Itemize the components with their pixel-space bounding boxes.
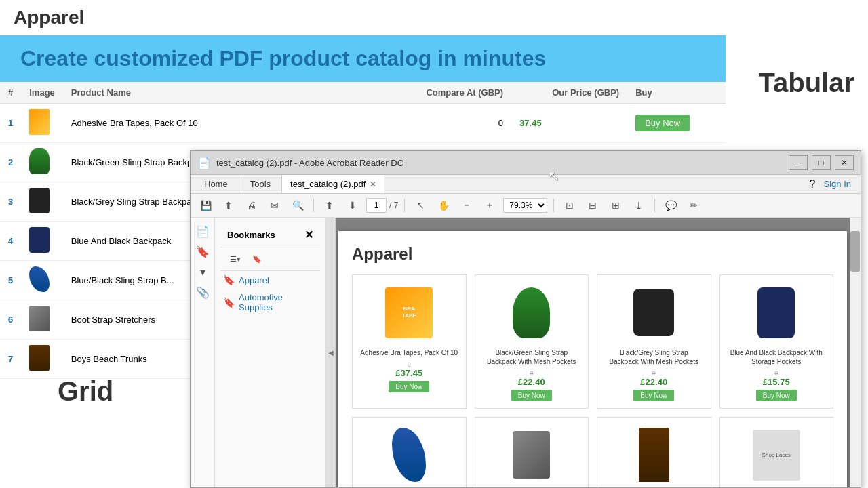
sidebar-icon-strip: 📄 🔖 ▾ 📎: [191, 218, 215, 487]
tab-home[interactable]: Home: [193, 175, 239, 193]
pdf-window-controls[interactable]: ─ □ ✕: [789, 155, 854, 170]
row-img-cell: [21, 300, 63, 340]
pdf-main-view[interactable]: Apparel BRATAPE Adhesive Bra Tapes, Pack…: [336, 218, 850, 487]
row-num-cell: 5: [0, 261, 21, 300]
bookmark-options-button[interactable]: ☰▾: [226, 250, 245, 268]
email-button[interactable]: ✉: [265, 197, 284, 214]
actual-size-button[interactable]: ⊟: [583, 197, 602, 214]
pdf-card-1-name: Adhesive Bra Tapes, Pack Of 10: [359, 348, 459, 357]
maximize-button[interactable]: □: [812, 155, 831, 170]
banner: Create customized PDF product catalog in…: [0, 35, 726, 82]
pdf-card-3-buy-button[interactable]: Buy Now: [633, 390, 674, 401]
pdf-card-1-buy-button[interactable]: Buy Now: [389, 381, 429, 392]
product-thumbnail: [29, 306, 50, 331]
close-button[interactable]: ✕: [835, 155, 854, 170]
pdf-card-3-image: [627, 282, 681, 343]
pdf-card-8-image: Shoe Laces: [749, 424, 804, 485]
pdf-card-3: Black/Grey Sling Strap Backpack With Mes…: [597, 274, 711, 409]
black-backpack-img: [633, 289, 674, 336]
banner-text: Create customized PDF product catalog in…: [20, 46, 546, 70]
sign-in-link[interactable]: Sign In: [824, 179, 851, 189]
bookmark-add-button[interactable]: 🔖: [248, 250, 267, 268]
toolbar-separator-2: [404, 199, 405, 212]
toolbar-separator-1: [313, 199, 314, 212]
sidebar-dropdown-icon[interactable]: ▾: [193, 262, 212, 281]
highlight-button[interactable]: ✏: [684, 197, 703, 214]
sidebar-bookmarks-icon[interactable]: 🔖: [193, 242, 212, 261]
tab-tools[interactable]: Tools: [239, 175, 282, 193]
pan-tool-button[interactable]: ✋: [434, 197, 453, 214]
page-number-input[interactable]: [366, 198, 387, 213]
pdf-card-1: BRATAPE Adhesive Bra Tapes, Pack Of 10 0…: [352, 274, 467, 409]
pdf-card-5-image: [382, 424, 436, 485]
tab-file[interactable]: test_catalog (2).pdf ✕: [282, 175, 384, 193]
col-num: #: [0, 82, 21, 104]
row-num-cell: 4: [0, 222, 21, 261]
stretch-img: [513, 431, 550, 479]
bookmark-apparel-label: Apparel: [239, 275, 269, 285]
bookmark-apparel-icon: 🔖: [223, 274, 235, 285]
fit-page-button[interactable]: ⊡: [560, 197, 579, 214]
search-button[interactable]: 🔍: [288, 197, 307, 214]
pdf-card-7-image: [627, 424, 681, 485]
sidebar-collapse-handle[interactable]: ◀: [326, 218, 336, 487]
row-compare-cell: 0: [382, 104, 512, 143]
pdf-card-2-price: £22.40: [482, 377, 582, 387]
pdf-toolbar: 💾 ⬆ 🖨 ✉ 🔍 ⬆ ⬇ / 7 ↖ ✋ － ＋ 79.3% 50% 75% …: [191, 194, 861, 218]
tab-file-label: test_catalog (2).pdf: [290, 179, 366, 189]
sidebar-pages-icon[interactable]: 📄: [193, 222, 212, 241]
pdf-card-1-price: £37.45: [359, 368, 459, 378]
row-num-cell: 6: [0, 300, 21, 340]
pdf-scrollbar[interactable]: [850, 218, 861, 487]
select-tool-button[interactable]: ↖: [411, 197, 430, 214]
product-thumbnail: [29, 188, 50, 214]
bookmark-automotive-icon: 🔖: [223, 297, 235, 308]
bookmark-apparel[interactable]: 🔖 Apparel: [220, 271, 320, 289]
app-header: Apparel: [0, 0, 726, 35]
pdf-app-icon: 📄: [197, 157, 211, 169]
next-page-button[interactable]: ⬇: [343, 197, 362, 214]
pdf-card-2-buy-button[interactable]: Buy Now: [511, 390, 552, 401]
buy-now-button[interactable]: Buy Now: [635, 115, 690, 131]
pdf-card-7: Boys Beach Trunks: [597, 417, 711, 487]
sidebar-panel: Bookmarks ✕ ☰▾ 🔖 🔖 Apparel 🔖 Automotive …: [215, 218, 326, 487]
col-price: Our Price (GBP): [511, 82, 627, 104]
row-buy-cell: Buy Now: [627, 104, 726, 143]
rotate-button[interactable]: ⤓: [629, 197, 648, 214]
minimize-button[interactable]: ─: [789, 155, 808, 170]
zoom-in-button[interactable]: ＋: [480, 197, 499, 214]
zoom-out-button[interactable]: －: [457, 197, 476, 214]
pdf-card-4-buy-button[interactable]: Buy Now: [756, 390, 797, 401]
upload-button[interactable]: ⬆: [219, 197, 238, 214]
pdf-window: 📄 test_catalog (2).pdf - Adobe Acrobat R…: [190, 150, 861, 488]
zoom-selector[interactable]: 79.3% 50% 75% 100% 125% 150%: [503, 198, 547, 213]
comment-button[interactable]: 💬: [661, 197, 680, 214]
grid-label: Grid: [58, 376, 113, 407]
pdf-page-title: Apparel: [352, 245, 833, 264]
pdf-card-8: Shoe Laces Brown Shoe Laces: [719, 417, 834, 487]
col-buy: Buy: [627, 82, 726, 104]
row-num-cell: 1: [0, 104, 21, 143]
pdf-sidebar: 📄 🔖 ▾ 📎 Bookmarks ✕ ☰▾ 🔖 🔖: [191, 218, 326, 487]
help-icon[interactable]: ?: [810, 178, 816, 190]
pdf-card-6: Boot Strap Stretchers: [475, 417, 589, 487]
row-num-cell: 7: [0, 340, 21, 379]
bookmark-automotive-label: Automotive Supplies: [239, 292, 317, 312]
bookmarks-header: Bookmarks ✕: [220, 223, 320, 247]
pdf-card-3-compare: 0: [604, 370, 704, 377]
row-img-cell: [21, 104, 63, 143]
save-button[interactable]: 💾: [196, 197, 215, 214]
fit-width-button[interactable]: ⊞: [606, 197, 625, 214]
print-button[interactable]: 🖨: [242, 197, 261, 214]
pdf-card-4-compare: 0: [727, 370, 827, 377]
sidebar-attachment-icon[interactable]: 📎: [193, 283, 212, 302]
toolbar-separator-3: [553, 199, 554, 212]
pdf-card-3-name: Black/Grey Sling Strap Backpack With Mes…: [604, 348, 704, 366]
row-img-cell: [21, 340, 63, 379]
tab-close-button[interactable]: ✕: [370, 180, 376, 189]
row-img-cell: [21, 261, 63, 300]
scrollbar-thumb[interactable]: [850, 231, 860, 272]
bookmarks-close-icon[interactable]: ✕: [304, 228, 313, 241]
prev-page-button[interactable]: ⬆: [320, 197, 339, 214]
bookmark-automotive[interactable]: 🔖 Automotive Supplies: [220, 289, 320, 316]
